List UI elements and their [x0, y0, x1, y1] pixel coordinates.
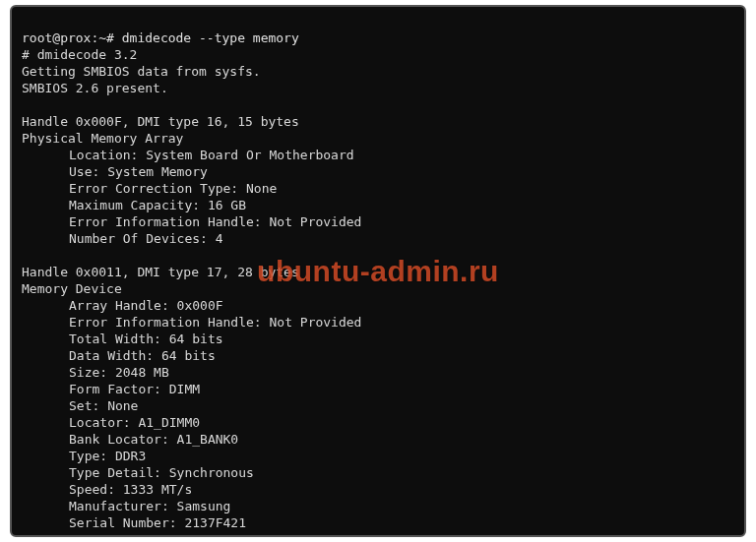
terminal-output[interactable]: root@prox:~# dmidecode --type memory # d…	[12, 7, 744, 537]
preamble-line-1: Getting SMBIOS data from sysfs.	[22, 64, 261, 79]
md-bank-locator: Bank Locator: A1_BANK0	[22, 431, 734, 448]
md-size: Size: 2048 MB	[22, 364, 734, 381]
md-type-detail: Type Detail: Synchronous	[22, 464, 734, 481]
md-locator: Locator: A1_DIMM0	[22, 414, 734, 431]
md-form-factor: Form Factor: DIMM	[22, 381, 734, 397]
physical-memory-array-header: Handle 0x000F, DMI type 16, 15 bytes	[22, 114, 299, 129]
pma-ecc: Error Correction Type: None	[22, 180, 734, 197]
physical-memory-array-title: Physical Memory Array	[22, 131, 183, 146]
preamble-line-2: SMBIOS 2.6 present.	[22, 81, 168, 95]
pma-location: Location: System Board Or Motherboard	[22, 147, 734, 163]
memory-device-title: Memory Device	[22, 281, 122, 296]
md-asset-tag: Asset Tag: A1_AssetTagNum0	[22, 531, 734, 537]
md-total-width: Total Width: 64 bits	[22, 331, 734, 347]
md-manufacturer: Manufacturer: Samsung	[22, 498, 734, 514]
prompt-line: root@prox:~# dmidecode --type memory	[22, 30, 299, 45]
pma-use: Use: System Memory	[22, 163, 734, 180]
md-speed: Speed: 1333 MT/s	[22, 481, 734, 498]
terminal-window: root@prox:~# dmidecode --type memory # d…	[10, 5, 746, 537]
command-text: dmidecode --type memory	[122, 30, 299, 45]
md-error-handle: Error Information Handle: Not Provided	[22, 314, 734, 331]
md-serial: Serial Number: 2137F421	[22, 514, 734, 531]
pma-error-handle: Error Information Handle: Not Provided	[22, 213, 734, 230]
preamble-line-0: # dmidecode 3.2	[22, 47, 137, 62]
md-type: Type: DDR3	[22, 448, 734, 464]
md-data-width: Data Width: 64 bits	[22, 347, 734, 364]
md-array-handle: Array Handle: 0x000F	[22, 297, 734, 314]
pma-devices: Number Of Devices: 4	[22, 230, 734, 247]
prompt-context: root@prox:~#	[22, 30, 114, 45]
md-set: Set: None	[22, 397, 734, 414]
memory-device-header: Handle 0x0011, DMI type 17, 28 bytes	[22, 265, 299, 279]
pma-max-capacity: Maximum Capacity: 16 GB	[22, 197, 734, 213]
